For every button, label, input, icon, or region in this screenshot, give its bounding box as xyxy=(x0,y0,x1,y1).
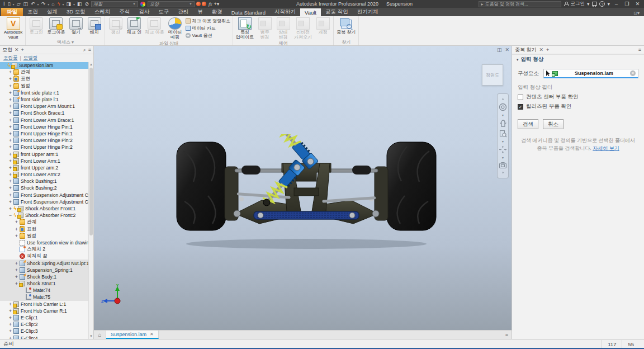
tree-item[interactable]: +원점 xyxy=(0,233,88,239)
restore-button[interactable]: ❐ xyxy=(623,1,631,7)
tree-item[interactable]: +front Upper arm:2 xyxy=(0,164,88,171)
tree-item[interactable]: +원점 xyxy=(0,83,88,89)
tree-expander-icon[interactable]: + xyxy=(8,315,13,320)
tree-expander-icon[interactable]: + xyxy=(8,165,13,171)
input-geometry-section-header[interactable]: ▾ 입력 형상 xyxy=(512,54,644,64)
scroll-down-icon[interactable]: ▼ xyxy=(89,334,93,339)
tree-expander-icon[interactable]: + xyxy=(8,199,13,205)
chevron-down-icon[interactable]: ▼ xyxy=(501,140,504,143)
tree-item[interactable]: ϟSuspension.iam xyxy=(0,62,88,69)
tree-expander-icon[interactable]: + xyxy=(8,76,13,82)
tree-item[interactable]: +E-Clip:4 xyxy=(0,335,88,339)
tree-item[interactable]: Mate:74 xyxy=(0,287,88,294)
suspension-model[interactable] xyxy=(172,134,441,252)
cancel-button[interactable]: 취소 xyxy=(543,119,564,129)
ribbon-tab-관리[interactable]: 관리 xyxy=(173,7,193,16)
appearance-adjust-icon[interactable] xyxy=(196,2,201,6)
tree-item[interactable]: +Shock Bushing:1 xyxy=(0,178,88,185)
tree-item[interactable]: +front side plate l:1 xyxy=(0,96,88,103)
tree-expander-icon[interactable]: + xyxy=(8,152,13,157)
chevron-down-icon[interactable]: ▾ xyxy=(607,1,610,7)
link-icon[interactable]: ◧ xyxy=(76,1,83,7)
document-tab-close-icon[interactable]: ✕ xyxy=(150,332,154,337)
store-cart-icon[interactable] xyxy=(591,2,597,6)
tree-expander-icon[interactable]: + xyxy=(14,219,19,225)
panel-add-icon[interactable]: + xyxy=(546,47,549,53)
home-icon[interactable]: ⌂ xyxy=(50,1,55,7)
browser-tab-add-icon[interactable]: + xyxy=(21,47,24,53)
tree-expander-icon[interactable]: + xyxy=(14,267,19,273)
tree-expander-icon[interactable]: + xyxy=(8,103,13,109)
disabled-icon[interactable]: ⊘ xyxy=(83,1,90,7)
tree-item[interactable]: +Front Upper Hinge Pin:2 xyxy=(0,144,88,150)
tree-item[interactable]: +Front Lower Arm:2 xyxy=(0,171,88,178)
undo-icon[interactable]: ↶ xyxy=(30,1,36,7)
zoom-icon[interactable] xyxy=(499,130,507,138)
browser-scrollbar[interactable]: ▲ ▼ xyxy=(88,62,93,339)
tree-item[interactable]: +ϟShock Absorber Front:1 xyxy=(0,205,88,212)
tree-expander-icon[interactable]: + xyxy=(8,69,13,75)
tree-item[interactable]: +Shock Strut:1 xyxy=(0,280,88,287)
doc-tab-menu-icon[interactable]: ≡ xyxy=(505,332,508,338)
ribbon-tab-주석[interactable]: 주석 xyxy=(115,7,134,16)
tree-item[interactable]: +E-Clip:3 xyxy=(0,328,88,334)
tree-expander-icon[interactable]: + xyxy=(14,281,19,286)
ribbon-tab-전기기계[interactable]: 전기기계 xyxy=(353,7,383,16)
tree-item[interactable]: +front side plate r:1 xyxy=(0,89,88,96)
sketch-bolt-icon[interactable]: ϟ xyxy=(56,1,61,7)
ribbon-small-button-데이터-카드[interactable]: 데이터 카드 xyxy=(186,25,230,31)
parameters-fx-button[interactable]: fx xyxy=(207,1,214,7)
tree-expander-icon[interactable]: + xyxy=(8,117,13,123)
ribbon-button-로그아웃[interactable]: 로그아웃 xyxy=(45,16,67,39)
scroll-up-icon[interactable]: ▲ xyxy=(89,62,93,67)
tree-expander-icon[interactable]: + xyxy=(8,192,13,198)
ribbon-tab-data-standard[interactable]: Data Standard xyxy=(227,8,270,16)
tree-expander-icon[interactable]: + xyxy=(8,158,13,164)
tree-item[interactable]: +Front Lower Arm:1 xyxy=(0,158,88,164)
tree-expander-icon[interactable]: + xyxy=(8,322,13,327)
ribbon-tab-환경[interactable]: 환경 xyxy=(207,7,227,16)
tree-item[interactable]: +front Upper arm:1 xyxy=(0,150,88,157)
appearance-clear-icon[interactable] xyxy=(202,2,206,6)
tree-item[interactable]: +Suspension_Spring:1 xyxy=(0,267,88,273)
ribbon-tab-뷰[interactable]: 뷰 xyxy=(193,7,207,16)
chevron-down-icon[interactable]: ▾ xyxy=(37,2,40,6)
appearance-dropdown[interactable]: 모양▼ xyxy=(148,1,195,7)
ribbon-tab-시작하기[interactable]: 시작하기 xyxy=(270,7,300,16)
tree-item[interactable]: Use forsection view in drawing xyxy=(0,239,88,246)
tree-item[interactable]: +Front Upper Arm Mount:1 xyxy=(0,103,88,110)
qat-customize-caret[interactable]: ▾ xyxy=(217,1,220,7)
clear-selection-icon[interactable]: ✕ xyxy=(630,70,636,76)
tree-expander-icon[interactable]: + xyxy=(8,131,13,136)
tree-expander-icon[interactable]: + xyxy=(8,138,13,143)
chevron-down-icon[interactable]: ▾ xyxy=(12,2,15,6)
ribbon-tab-설계[interactable]: 설계 xyxy=(42,7,62,16)
tree-expander-icon[interactable]: + xyxy=(14,274,19,280)
learn-more-link[interactable]: 자세히 보기 xyxy=(593,145,619,151)
chevron-down-icon[interactable]: ▼ xyxy=(501,157,504,159)
ribbon-tab-도구[interactable]: 도구 xyxy=(154,7,173,16)
browser-menu-icon[interactable]: ≡ xyxy=(88,47,91,53)
home-tab-icon[interactable]: ⌂ xyxy=(94,331,106,339)
ribbon-button-데이터-매핑[interactable]: 데이터 매핑 xyxy=(166,16,184,40)
tree-expander-icon[interactable]: + xyxy=(8,124,13,130)
save-icon[interactable]: ◫ xyxy=(22,1,30,7)
navigation-wheel-icon[interactable] xyxy=(499,103,507,111)
tree-item[interactable]: +Front Hub Carrier R:1 xyxy=(0,308,88,314)
new-file-icon[interactable]: ▯ xyxy=(7,1,12,7)
tree-item[interactable]: 피쳐의 끝 xyxy=(0,253,88,260)
chevron-down-icon[interactable]: ▾ xyxy=(587,1,590,7)
tree-item[interactable]: +Shock Body:1 xyxy=(0,273,88,280)
viewport-close-icon[interactable]: ✕ xyxy=(505,47,509,53)
ribbon-button-배치[interactable]: 배치 xyxy=(85,16,103,39)
tree-item[interactable]: Mate:75 xyxy=(0,294,88,300)
material-dropdown[interactable]: 재질▼ xyxy=(91,1,138,7)
ribbon-tab-vault[interactable]: Vault xyxy=(300,8,321,16)
place-icon[interactable]: ◨ xyxy=(65,1,72,7)
ribbon-tab-검사[interactable]: 검사 xyxy=(134,7,154,16)
chevron-down-icon[interactable]: ▾ xyxy=(73,2,75,6)
view-cube[interactable]: 정면도 xyxy=(482,64,503,86)
ribbon-tab-파일[interactable]: 파일 xyxy=(1,7,23,16)
tree-item[interactable]: +Shock Bushing:2 xyxy=(0,185,88,191)
ribbon-button-열기[interactable]: 열기 xyxy=(67,16,85,39)
